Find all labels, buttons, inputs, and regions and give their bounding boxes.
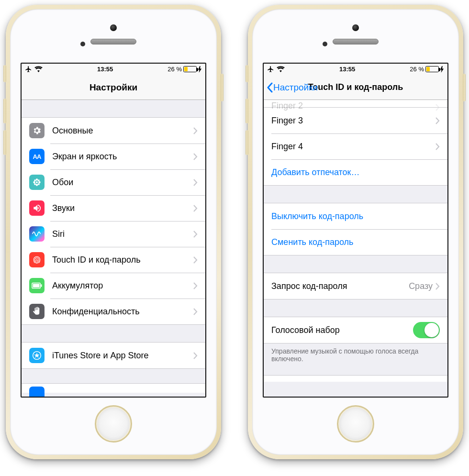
hand-icon xyxy=(29,304,45,319)
siri-icon xyxy=(29,226,45,242)
mute-switch xyxy=(246,65,248,82)
chevron-right-icon xyxy=(436,117,440,124)
battery-indicator: 26 % xyxy=(168,66,202,73)
power-button xyxy=(221,74,223,101)
power-button xyxy=(463,74,466,101)
require-passcode-row[interactable]: Запрос код-пароля Сразу xyxy=(264,273,447,299)
page-title: Touch ID и код-пароль xyxy=(308,82,403,92)
screen-touchid: 13:55 26 % Настройки Touch ID и код-паро… xyxy=(263,63,448,398)
svg-point-5 xyxy=(34,179,36,181)
chevron-right-icon xyxy=(436,283,440,290)
status-time: 13:55 xyxy=(339,66,355,73)
partial-row-bottom xyxy=(264,375,447,382)
row-label: Аккумулятор xyxy=(52,281,193,291)
row-label: Finger 4 xyxy=(271,142,436,152)
chevron-right-icon xyxy=(193,179,198,186)
settings-list[interactable]: Основные AA Экран и яркость Обои xyxy=(22,100,205,397)
battery-icon xyxy=(29,278,45,293)
earpiece-speaker xyxy=(90,39,136,44)
svg-rect-11 xyxy=(41,284,42,287)
svg-point-7 xyxy=(34,183,36,185)
settings-row-sounds[interactable]: Звуки xyxy=(22,195,205,221)
battery-indicator: 26 % xyxy=(410,66,444,73)
svg-point-1 xyxy=(36,178,38,181)
navbar-settings: Настройки xyxy=(22,75,205,100)
row-label: Запрос код-пароля xyxy=(271,281,409,291)
chevron-right-icon xyxy=(193,205,198,212)
chevron-right-icon xyxy=(193,256,198,264)
battery-percent: 26 % xyxy=(168,66,182,73)
chevron-right-icon xyxy=(193,282,198,289)
row-label: Голосовой набор xyxy=(271,325,413,335)
settings-row-touchid[interactable]: Touch ID и код-пароль xyxy=(22,247,205,273)
chevron-left-icon xyxy=(267,82,273,93)
screen-settings: 13:55 26 % Настройки xyxy=(21,63,206,398)
finger-row-3[interactable]: Finger 3 xyxy=(264,108,447,133)
row-label: Выключить код-пароль xyxy=(271,211,440,221)
airplane-mode-icon xyxy=(25,66,32,73)
partial-row-bottom xyxy=(22,383,205,393)
phone-mock-left: 13:55 26 % Настройки xyxy=(6,5,221,459)
wifi-icon xyxy=(34,66,43,72)
chevron-right-icon xyxy=(193,231,198,238)
settings-row-display[interactable]: AA Экран и яркость xyxy=(22,144,205,169)
svg-point-4 xyxy=(38,181,41,184)
svg-point-3 xyxy=(33,181,35,184)
home-button[interactable] xyxy=(95,405,132,443)
home-button[interactable] xyxy=(337,405,374,443)
wifi-icon xyxy=(277,66,285,72)
settings-row-itunes[interactable]: iTunes Store и App Store xyxy=(22,343,205,368)
settings-row-siri[interactable]: Siri xyxy=(22,221,205,247)
row-label: Конфиденциальность xyxy=(52,307,193,317)
proximity-sensor xyxy=(80,42,85,46)
status-bar: 13:55 26 % xyxy=(264,64,447,75)
add-fingerprint-row[interactable]: Добавить отпечаток… xyxy=(264,159,447,185)
chevron-right-icon xyxy=(436,143,440,150)
turn-off-passcode-row[interactable]: Выключить код-пароль xyxy=(264,203,447,229)
proximity-sensor xyxy=(323,42,327,46)
fingerprint-icon xyxy=(29,252,45,267)
svg-rect-10 xyxy=(33,284,40,287)
row-label: Touch ID и код-пароль xyxy=(52,255,193,265)
row-label: Звуки xyxy=(52,203,193,213)
status-time: 13:55 xyxy=(97,66,113,73)
phone-mock-right: 13:55 26 % Настройки Touch ID и код-паро… xyxy=(248,5,463,459)
row-label: Обои xyxy=(52,177,193,188)
speaker-icon xyxy=(29,200,45,216)
charging-icon xyxy=(198,66,202,73)
partial-icon xyxy=(29,387,45,397)
svg-point-2 xyxy=(36,184,38,186)
settings-row-wallpaper[interactable]: Обои xyxy=(22,169,205,195)
touchid-list[interactable]: Finger 2 Finger 3 Finger 4 Добавить отпе… xyxy=(264,100,447,397)
svg-point-0 xyxy=(36,181,38,183)
settings-row-privacy[interactable]: Конфиденциальность xyxy=(22,299,205,324)
row-label: Finger 3 xyxy=(271,116,436,126)
change-passcode-row[interactable]: Сменить код-пароль xyxy=(264,229,447,255)
volume-down-button xyxy=(246,130,248,155)
flower-icon xyxy=(29,175,45,190)
status-bar: 13:55 26 % xyxy=(22,64,205,75)
back-button[interactable]: Настройки xyxy=(267,75,318,100)
chevron-right-icon xyxy=(193,308,198,315)
settings-row-general[interactable]: Основные xyxy=(22,118,205,144)
front-camera xyxy=(110,24,117,31)
finger-row-4[interactable]: Finger 4 xyxy=(264,133,447,159)
back-label: Настройки xyxy=(273,82,318,93)
row-label: Добавить отпечаток… xyxy=(271,167,440,177)
page-title: Настройки xyxy=(89,82,137,93)
chevron-right-icon xyxy=(193,127,198,134)
earpiece-speaker xyxy=(333,39,379,44)
settings-row-battery[interactable]: Аккумулятор xyxy=(22,273,205,299)
svg-point-8 xyxy=(38,183,40,185)
chevron-right-icon xyxy=(193,153,198,160)
battery-percent: 26 % xyxy=(410,66,424,73)
navbar-touchid: Настройки Touch ID и код-пароль xyxy=(264,75,447,100)
volume-up-button xyxy=(246,99,248,123)
volume-down-button xyxy=(3,130,6,155)
row-value: Сразу xyxy=(409,281,433,291)
svg-point-6 xyxy=(38,179,40,181)
voice-dial-row[interactable]: Голосовой набор xyxy=(264,317,447,343)
row-label: Siri xyxy=(52,229,193,239)
row-label: Основные xyxy=(52,126,193,136)
voice-dial-toggle[interactable] xyxy=(413,322,440,338)
